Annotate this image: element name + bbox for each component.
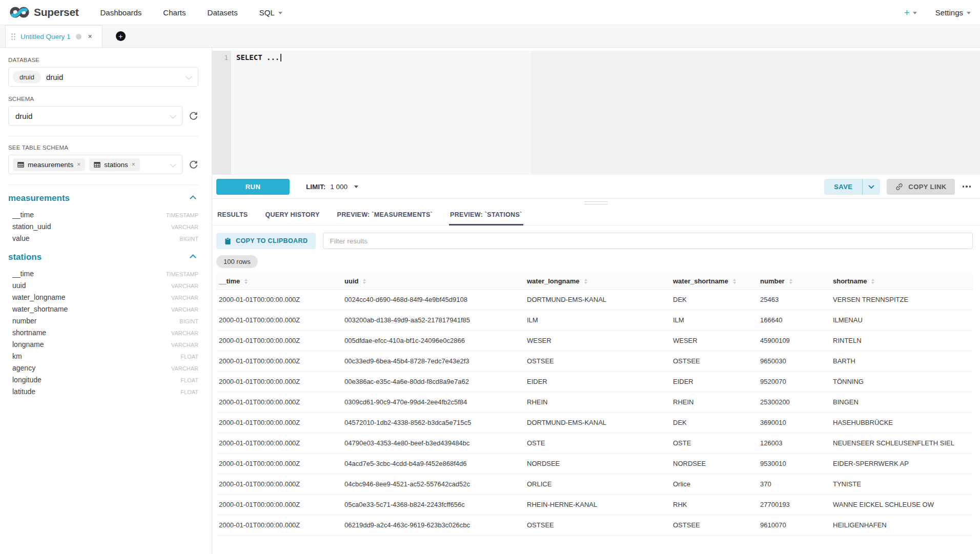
table-cell: 2000-01-01T00:00:00.000Z	[216, 495, 342, 515]
table-tag-label: measurements	[28, 161, 73, 169]
superset-logo[interactable]: Superset	[9, 6, 78, 19]
drag-handle-icon[interactable]	[11, 33, 15, 40]
more-options-button[interactable]	[962, 183, 972, 190]
resize-grip[interactable]	[584, 201, 608, 207]
schema-browser: measurements __time TIMESTAMP station_uu…	[8, 193, 198, 397]
refresh-schema-button[interactable]	[189, 111, 198, 121]
code-area[interactable]: SELECT ...	[231, 51, 980, 175]
column-header[interactable]: water_longname	[524, 273, 670, 290]
schema-column-row: water_shortname VARCHAR	[8, 303, 198, 315]
nav-item[interactable]: Charts	[163, 8, 186, 17]
table-cell: OSTSEE	[670, 351, 758, 372]
nav-item-label: Dashboards	[100, 8, 141, 17]
schema-column-row: value BIGINT	[8, 232, 198, 244]
schema-table-header[interactable]: measurements	[8, 193, 198, 203]
table-cell: NORDSEE	[524, 454, 670, 474]
table-cell: BARTH	[830, 351, 973, 372]
save-options-button[interactable]	[862, 179, 880, 195]
column-header[interactable]: water_shortname	[670, 273, 758, 290]
copy-link-button[interactable]: COPY LINK	[887, 179, 954, 195]
schema-column-name: water_longname	[12, 293, 66, 301]
results-tab[interactable]: QUERY HISTORY	[264, 211, 321, 225]
schema-column-type: VARCHAR	[171, 224, 198, 230]
column-header[interactable]: shortname	[830, 273, 973, 290]
run-button[interactable]: RUN	[216, 179, 290, 195]
results-table-body: 2000-01-01T00:00:00.000Z0024cc40-d690-46…	[216, 290, 973, 536]
nav-item[interactable]: SQL	[259, 8, 282, 17]
table-cell: 2000-01-01T00:00:00.000Z	[216, 372, 342, 392]
close-icon[interactable]: ×	[132, 161, 135, 168]
new-item-menu[interactable]: +	[904, 8, 917, 17]
table-cell: ILM	[670, 310, 758, 331]
copy-to-clipboard-button[interactable]: COPY TO CLIPBOARD	[216, 233, 316, 249]
table-cell: 00c33ed9-6bea-45b4-8728-7edc7e43e2f3	[342, 351, 524, 372]
filter-results-input[interactable]	[323, 233, 973, 249]
results-controls: COPY TO CLIPBOARD	[212, 225, 980, 249]
table-cell: DORTMUND-EMS-KANAL	[524, 413, 670, 433]
database-value: druid	[46, 73, 63, 81]
limit-dropdown[interactable]: LIMIT: 1 000	[306, 183, 358, 191]
nav-item-label: SQL	[259, 8, 275, 17]
table-tag[interactable]: measurements ×	[13, 158, 85, 171]
save-button[interactable]: SAVE	[824, 179, 862, 195]
table-cell: OSTSEE	[524, 351, 670, 372]
table-cell: 9610070	[758, 515, 830, 536]
schema-column-row: longname VARCHAR	[8, 338, 198, 350]
link-icon	[895, 182, 904, 191]
limit-value: 1 000	[330, 183, 348, 191]
chevron-up-icon	[190, 195, 196, 202]
results-header-row: __time uuid water_longname water_shortna…	[216, 273, 973, 290]
schema-column-row: water_longname VARCHAR	[8, 291, 198, 303]
results-tab[interactable]: PREVIEW: `STATIONS`	[449, 211, 523, 225]
table-cell: OSTSEE	[670, 515, 758, 536]
query-tab[interactable]: Untitled Query 1 ×	[5, 25, 103, 47]
table-row: 2000-01-01T00:00:00.000Z00e386ac-e35c-4a…	[216, 372, 973, 392]
nav-item[interactable]: Datasets	[208, 8, 238, 17]
table-cell: 3690010	[758, 413, 830, 433]
table-tag-label: stations	[104, 161, 128, 169]
refresh-tables-button[interactable]	[189, 160, 198, 170]
new-tab-button[interactable]: +	[116, 31, 126, 41]
schema-column-name: station_uuid	[12, 222, 51, 231]
pane-splitter-row	[212, 199, 980, 207]
table-cell: Orlice	[670, 474, 758, 495]
schema-column-type: TIMESTAMP	[166, 271, 198, 277]
results-tab[interactable]: RESULTS	[216, 211, 249, 225]
chevron-down-icon	[186, 73, 192, 79]
database-backend-tag: druid	[13, 71, 41, 84]
database-select[interactable]: druid druid	[8, 67, 198, 87]
table-cell: 2000-01-01T00:00:00.000Z	[216, 331, 342, 351]
sql-code: SELECT ...	[236, 53, 279, 61]
results-tab[interactable]: PREVIEW: `MEASUREMENTS`	[336, 211, 434, 225]
query-tabbar: Untitled Query 1 × +	[0, 25, 980, 48]
sidebar-divider	[8, 136, 198, 136]
column-header[interactable]: __time	[216, 273, 342, 290]
schema-column-type: FLOAT	[180, 354, 198, 360]
close-icon[interactable]: ×	[87, 32, 94, 41]
schema-label: SCHEMA	[8, 96, 198, 102]
settings-menu[interactable]: Settings	[935, 8, 971, 17]
column-header[interactable]: number	[758, 273, 830, 290]
schema-column-name: __time	[12, 270, 34, 278]
query-status-dot	[76, 34, 81, 39]
table-cell: 2000-01-01T00:00:00.000Z	[216, 310, 342, 331]
database-field: DATABASE druid druid	[8, 57, 198, 87]
table-cell: NEUENSEER SCHLEUSENFLETH SIEL	[830, 433, 973, 454]
schema-table-header[interactable]: stations	[8, 252, 198, 262]
schema-column-row: agency VARCHAR	[8, 362, 198, 374]
schema-select[interactable]: druid	[8, 106, 182, 126]
schema-column-name: latitude	[12, 387, 35, 396]
column-header[interactable]: uuid	[342, 273, 524, 290]
column-header-label: water_shortname	[673, 277, 728, 285]
close-icon[interactable]: ×	[77, 161, 80, 168]
table-tag[interactable]: stations ×	[89, 158, 140, 171]
nav-item-label: Charts	[163, 8, 186, 17]
schema-column-name: __time	[12, 211, 34, 219]
table-schema-select[interactable]: measurements × stations ×	[8, 155, 182, 174]
schema-column-name: longname	[12, 340, 44, 348]
sort-icon	[363, 279, 366, 284]
column-header-label: uuid	[344, 277, 358, 285]
nav-item[interactable]: Dashboards	[100, 8, 141, 17]
top-navbar: Superset Dashboards Charts Datasets SQL …	[0, 0, 980, 25]
table-cell: ILMENAU	[830, 310, 973, 331]
